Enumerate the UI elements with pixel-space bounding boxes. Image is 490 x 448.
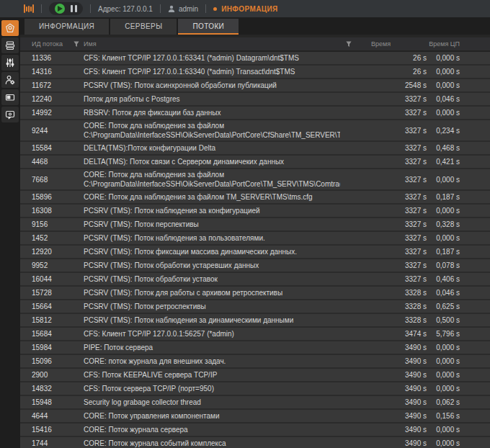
tab-потоки[interactable]: ПОТОКИ	[178, 19, 239, 35]
table-row[interactable]: 15812PCSRV (TMS): Поток наблюдения за ди…	[20, 314, 490, 328]
table-row[interactable]: 15416CORE: Поток журнала сервера3490 s0,…	[20, 424, 490, 437]
thread-name: PCSRV (TMS): Поток ретроспективы	[84, 302, 340, 311]
table-row[interactable]: 14832CFS: Поток сервера TCP/IP (порт=950…	[20, 382, 490, 396]
thread-time: 3327 s	[357, 193, 428, 201]
table-row[interactable]: 15984PIPE: Поток сервера3490 s0,000 s	[20, 341, 490, 355]
tab-серверы[interactable]: СЕРВЕРЫ	[110, 19, 177, 35]
col-header-name[interactable]: Имя	[84, 40, 340, 48]
table-row[interactable]: 15896CORE: Поток дла наблюдения за файло…	[20, 191, 490, 205]
thread-cpu-time: 0,078 s	[428, 261, 478, 269]
thread-time: 3474 s	[357, 330, 428, 338]
sidebar-item-shield-badge[interactable]	[1, 20, 19, 36]
table-row[interactable]: 11336CFS: Клиент TCP/IP 127.0.0.1:63341 …	[20, 52, 490, 66]
col-header-thread-id[interactable]: ИД потока	[20, 40, 69, 48]
col-header-cpu-time[interactable]: Время ЦП	[428, 40, 478, 48]
server-address: Адрес: 127.0.0.1	[98, 5, 153, 13]
thread-cpu-time: 0,046 s	[428, 289, 478, 297]
thread-id: 15684	[20, 330, 69, 338]
table-header: ИД потока Имя Время Время ЦП	[20, 37, 490, 52]
thread-id: 16308	[20, 207, 69, 215]
table-row[interactable]: 4644CORE: Поток управления компонентами3…	[20, 410, 490, 424]
thread-cpu-time: 0,062 s	[428, 398, 478, 406]
tab-bar: ИНФОРМАЦИЯСЕРВЕРЫПОТОКИ	[20, 17, 490, 35]
table-row[interactable]: 15728PCSRV (TMS): Поток для работы с арх…	[20, 287, 490, 300]
thread-cpu-time: 0,000 s	[428, 344, 478, 351]
thread-cpu-time: 0,625 s	[428, 303, 478, 310]
table-row[interactable]: 15584DELTA(TMS):Поток конфигурации Delta…	[20, 142, 490, 156]
sidebar-item-user-gear[interactable]	[1, 72, 19, 88]
thread-time: 3490 s	[357, 426, 428, 434]
thread-name: DELTA(TMS): Поток связи с Сервером динам…	[84, 157, 340, 166]
user-box[interactable]: admin	[168, 5, 198, 13]
thread-id: 15728	[20, 289, 69, 297]
table-row[interactable]: 14316CFS: Клиент TCP/IP 127.0.0.1:63340 …	[20, 66, 490, 79]
thread-time: 3490 s	[357, 439, 428, 447]
tab-информация[interactable]: ИНФОРМАЦИЯ	[24, 19, 109, 35]
thread-name: PCSRV (TMS): Поток обработки уставок	[84, 274, 340, 284]
user-gear-icon	[5, 75, 15, 85]
thread-time: 3327 s	[357, 275, 428, 283]
thread-time: 3327 s	[357, 207, 428, 215]
table-row[interactable]: 2900CFS: Поток KEEPALIVE сервера TCP/IP3…	[20, 369, 490, 382]
divider	[41, 4, 42, 13]
message-icon	[5, 109, 15, 120]
thread-id: 12920	[20, 248, 69, 256]
thread-time: 26 s	[357, 54, 428, 62]
thread-time: 26 s	[357, 68, 428, 76]
thread-name: PCSRV (TMS): Поток наблюдения за динамич…	[84, 315, 340, 325]
sliders-icon	[5, 58, 15, 68]
table-row[interactable]: 15948Security log grabage collector thre…	[20, 396, 490, 410]
table-row[interactable]: 16308PCSRV (TMS): Поток наблюдения за ко…	[20, 205, 490, 218]
thread-time: 3327 s	[357, 220, 428, 228]
table-row[interactable]: 15684CFS: Клиент TCP/IP 127.0.0.1:56257 …	[20, 328, 490, 341]
start-button[interactable]	[55, 4, 65, 14]
col-header-time[interactable]: Время	[357, 40, 428, 48]
thread-name: CORE: Поток журнала сервера	[84, 425, 340, 434]
table-row[interactable]: 12240Поток для работы с Postgres3327 s0,…	[20, 93, 490, 107]
sidebar-item-card-panel[interactable]	[1, 89, 19, 105]
thread-name: RBSRV: Поток для фиксации баз данных	[84, 108, 340, 117]
thread-id: 15896	[20, 193, 69, 201]
thread-time: 3327 s	[357, 234, 428, 242]
table-row[interactable]: 11672PCSRV (TMS): Поток асинхронной обра…	[20, 79, 490, 93]
pause-button[interactable]	[71, 5, 77, 12]
sidebar-item-sliders[interactable]	[1, 55, 19, 71]
thread-name: CORE: Поток дла наблюдения за файлом TM_…	[84, 192, 340, 202]
sidebar-item-message[interactable]	[1, 107, 19, 122]
status-indicator: ИНФОРМАЦИЯ	[213, 5, 278, 13]
thread-cpu-time: 0,000 s	[428, 54, 478, 62]
thread-name: CORE: поток журнала для внешних задач.	[84, 357, 340, 366]
thread-time: 3490 s	[357, 344, 428, 351]
table-row[interactable]: 15664PCSRV (TMS): Поток ретроспективы332…	[20, 300, 490, 314]
thread-name: PCSRV (TMS): Поток наблюдения за конфигу…	[84, 206, 340, 215]
table-row[interactable]: 9156PCSRV (TMS): Поток перспективы3327 s…	[20, 218, 490, 232]
playback-controls	[49, 2, 83, 15]
filter-icon[interactable]	[340, 41, 357, 48]
thread-cpu-time: 0,328 s	[428, 220, 478, 228]
thread-time: 3327 s	[357, 127, 428, 135]
table-row[interactable]: 1452PCSRV (TMS): Поток наблюдения за пол…	[20, 232, 490, 246]
thread-cpu-time: 0,000 s	[428, 426, 478, 434]
user-icon	[168, 5, 175, 12]
thread-time: 3490 s	[357, 412, 428, 420]
sidebar-item-server-stack[interactable]	[1, 37, 19, 53]
thread-name: PCSRV (TMS): Поток асинхронной обработки…	[84, 81, 340, 90]
filter-icon[interactable]	[69, 41, 84, 48]
thread-id: 15584	[20, 144, 69, 152]
shield-badge-icon	[5, 23, 15, 33]
thread-cpu-time: 0,000 s	[428, 81, 478, 89]
table-row[interactable]: 4468DELTA(TMS): Поток связи с Сервером д…	[20, 156, 490, 169]
table-row[interactable]: 9952PCSRV (TMS): Поток обработки устарев…	[20, 259, 490, 273]
table-row[interactable]: 7668CORE: Поток дла наблюдения за файлом…	[20, 169, 490, 191]
thread-time: 3490 s	[357, 385, 428, 393]
table-row[interactable]: 9244CORE: Поток дла наблюдения за файлом…	[20, 120, 490, 142]
table-row[interactable]: 1744CORE: Поток журнала событий комплекс…	[20, 437, 490, 448]
table-row[interactable]: 16044PCSRV (TMS): Поток обработки уставо…	[20, 273, 490, 287]
table-row[interactable]: 14992RBSRV: Поток для фиксации баз данны…	[20, 107, 490, 120]
table-row[interactable]: 12920PCSRV (TMS): Поток фиксации массива…	[20, 246, 490, 259]
thread-id: 2900	[20, 371, 69, 379]
thread-cpu-time: 0,000 s	[428, 385, 478, 393]
table-row[interactable]: 15096CORE: поток журнала для внешних зад…	[20, 355, 490, 369]
thread-cpu-time: 0,000 s	[428, 357, 478, 365]
thread-time: 3328 s	[357, 289, 428, 297]
